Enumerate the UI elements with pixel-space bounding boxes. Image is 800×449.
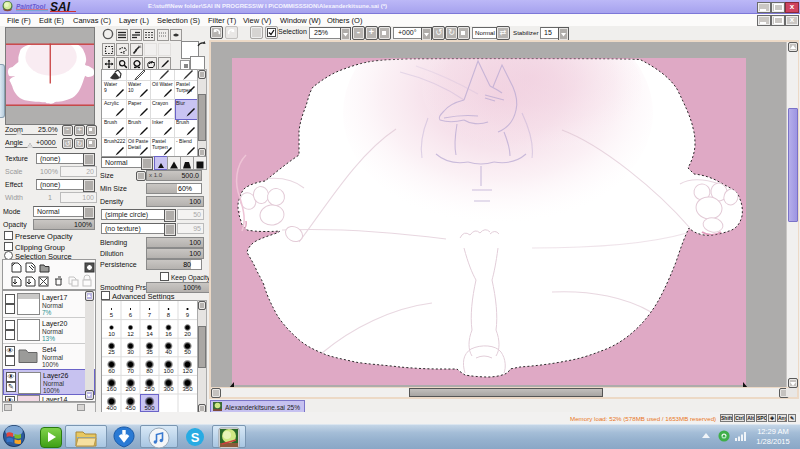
- svg-text:35: 35: [146, 349, 153, 355]
- svg-text:20: 20: [184, 331, 191, 337]
- svg-text:450: 450: [125, 405, 136, 411]
- svg-text:25: 25: [108, 349, 115, 355]
- svg-text:200: 200: [125, 386, 136, 392]
- svg-text:70: 70: [127, 368, 134, 374]
- svg-text:14: 14: [146, 331, 153, 337]
- svg-text:60: 60: [108, 368, 115, 374]
- svg-text:10: 10: [108, 331, 115, 337]
- svg-text:120: 120: [182, 368, 193, 374]
- svg-text:350: 350: [182, 386, 193, 392]
- svg-text:30: 30: [127, 349, 134, 355]
- svg-text:12: 12: [127, 331, 134, 337]
- svg-text:PaintTool: PaintTool: [16, 3, 46, 10]
- svg-text:40: 40: [165, 349, 172, 355]
- svg-text:250: 250: [144, 386, 155, 392]
- svg-text:300: 300: [163, 386, 174, 392]
- svg-text:100: 100: [163, 368, 174, 374]
- svg-text:500: 500: [144, 405, 155, 411]
- svg-text:8: 8: [167, 312, 171, 318]
- svg-text:S: S: [191, 430, 200, 445]
- svg-text:400: 400: [106, 405, 117, 411]
- svg-text:16: 16: [165, 331, 172, 337]
- svg-text:80: 80: [146, 368, 153, 374]
- svg-text:160: 160: [106, 386, 117, 392]
- svg-text:7: 7: [148, 312, 152, 318]
- svg-text:9: 9: [186, 312, 190, 318]
- svg-text:SAI: SAI: [50, 1, 71, 12]
- svg-text:5: 5: [110, 312, 114, 318]
- svg-text:50: 50: [184, 349, 191, 355]
- svg-text:6: 6: [129, 312, 133, 318]
